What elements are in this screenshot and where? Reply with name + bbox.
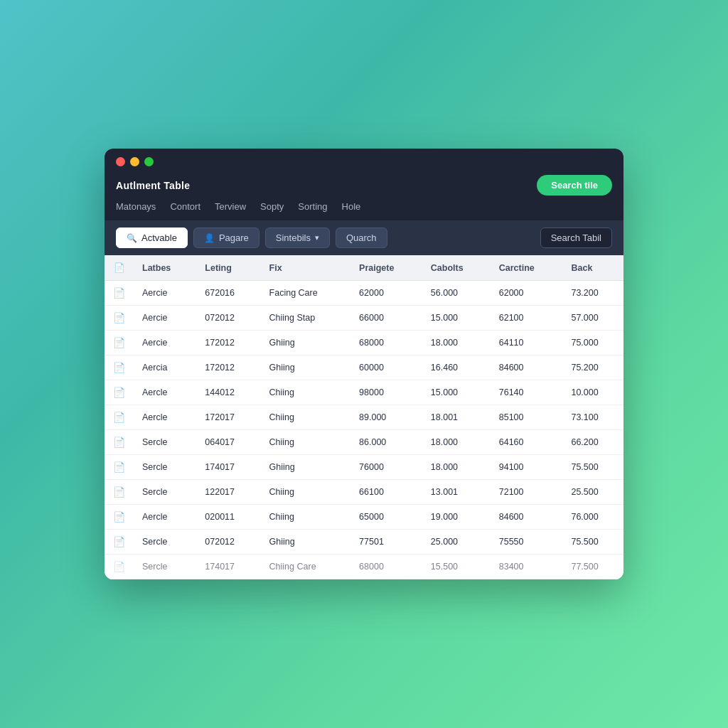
- search-tabil-button[interactable]: Search Tabil: [540, 228, 612, 248]
- row-icon: 📄: [105, 405, 134, 430]
- row-latbes: Aercie: [134, 331, 196, 355]
- row-praigete: 66100: [350, 480, 422, 505]
- nav-tab-sorting[interactable]: Sorting: [298, 201, 327, 220]
- row-leting: 672016: [196, 281, 260, 306]
- row-carctine: 83400: [491, 555, 563, 579]
- table-header: 📄 Latbes Leting Fix Praigete Cabolts Car…: [105, 255, 623, 281]
- row-icon: 📄: [105, 380, 134, 405]
- row-back: 73.100: [562, 405, 623, 430]
- row-latbes: Sercle: [134, 555, 196, 579]
- row-cabolts: 15.000: [422, 380, 491, 405]
- row-carctine: 64110: [491, 331, 563, 355]
- row-back: 10.000: [562, 380, 623, 405]
- pagare-button[interactable]: 👤 Pagare: [193, 228, 259, 248]
- row-cabolts: 56.000: [422, 281, 491, 306]
- row-praigete: 98000: [350, 380, 422, 405]
- row-back: 75.000: [562, 331, 623, 355]
- row-icon: 📄: [105, 530, 134, 555]
- row-icon: 📄: [105, 355, 134, 380]
- row-carctine: 84600: [491, 355, 563, 380]
- nav-tab-contort[interactable]: Contort: [170, 201, 200, 220]
- row-leting: 172017: [196, 405, 260, 430]
- row-leting: 144012: [196, 380, 260, 405]
- row-fix: Ghiing: [261, 331, 351, 355]
- table-row[interactable]: 📄 Sercle 174017 Chiing Care 68000 15.500…: [105, 555, 623, 579]
- row-fix: Chiing: [261, 430, 351, 455]
- row-cabolts: 16.460: [422, 355, 491, 380]
- col-praigete: Praigete: [350, 255, 422, 281]
- row-cabolts: 19.000: [422, 505, 491, 530]
- row-icon: 📄: [105, 281, 134, 306]
- row-praigete: 77501: [350, 530, 422, 555]
- nav-tab-hole[interactable]: Hole: [342, 201, 361, 220]
- nav-tab-sopty[interactable]: Sopty: [260, 201, 284, 220]
- row-fix: Chiing Care: [261, 555, 351, 579]
- row-carctine: 75550: [491, 530, 563, 555]
- col-carctine: Carctine: [491, 255, 563, 281]
- row-leting: 174017: [196, 555, 260, 579]
- table-row[interactable]: 📄 Aercle 020011 Chiing 65000 19.000 8460…: [105, 505, 623, 530]
- toolbar: 🔍 Actvable 👤 Pagare Sintebils Quarch Sea…: [105, 220, 623, 255]
- row-leting: 172012: [196, 355, 260, 380]
- col-cabolts: Cabolts: [422, 255, 491, 281]
- search-icon: 🔍: [127, 233, 137, 243]
- table-row[interactable]: 📄 Aercle 144012 Chiing 98000 15.000 7614…: [105, 380, 623, 405]
- table-body: 📄 Aercie 672016 Facing Care 62000 56.000…: [105, 281, 623, 579]
- row-fix: Ghiing: [261, 455, 351, 480]
- row-back: 25.500: [562, 480, 623, 505]
- table-row[interactable]: 📄 Sercle 174017 Ghiing 76000 18.000 9410…: [105, 455, 623, 480]
- row-praigete: 65000: [350, 505, 422, 530]
- row-back: 66.200: [562, 430, 623, 455]
- row-icon: 📄: [105, 455, 134, 480]
- row-fix: Chiing: [261, 380, 351, 405]
- row-latbes: Sercle: [134, 530, 196, 555]
- row-cabolts: 25.000: [422, 530, 491, 555]
- table-row[interactable]: 📄 Aercia 172012 Ghiing 60000 16.460 8460…: [105, 355, 623, 380]
- nav-tab-terview[interactable]: Terview: [215, 201, 246, 220]
- row-back: 73.200: [562, 281, 623, 306]
- row-cabolts: 13.001: [422, 480, 491, 505]
- row-latbes: Aercle: [134, 380, 196, 405]
- row-cabolts: 18.000: [422, 331, 491, 355]
- sintebils-button[interactable]: Sintebils: [265, 228, 330, 248]
- row-fix: Chiing: [261, 480, 351, 505]
- col-latbes: Latbes: [134, 255, 196, 281]
- row-latbes: Aercle: [134, 405, 196, 430]
- row-praigete: 86.000: [350, 430, 422, 455]
- row-fix: Chiing Stap: [261, 306, 351, 331]
- table-row[interactable]: 📄 Aercie 172012 Ghiing 68000 18.000 6411…: [105, 331, 623, 355]
- table-row[interactable]: 📄 Aercle 172017 Chiing 89.000 18.001 851…: [105, 405, 623, 430]
- row-cabolts: 15.000: [422, 306, 491, 331]
- actvable-button[interactable]: 🔍 Actvable: [116, 228, 188, 248]
- row-leting: 172012: [196, 331, 260, 355]
- row-back: 76.000: [562, 505, 623, 530]
- row-cabolts: 18.001: [422, 405, 491, 430]
- row-cabolts: 18.000: [422, 455, 491, 480]
- nav-tabs: Matonays Contort Terview Sopty Sorting H…: [116, 201, 612, 220]
- data-table: 📄 Latbes Leting Fix Praigete Cabolts Car…: [105, 255, 623, 579]
- table-container: 📄 Latbes Leting Fix Praigete Cabolts Car…: [105, 255, 623, 579]
- table-row[interactable]: 📄 Aercie 672016 Facing Care 62000 56.000…: [105, 281, 623, 306]
- minimize-button[interactable]: [130, 157, 139, 166]
- row-praigete: 66000: [350, 306, 422, 331]
- row-praigete: 76000: [350, 455, 422, 480]
- row-praigete: 89.000: [350, 405, 422, 430]
- row-praigete: 60000: [350, 355, 422, 380]
- table-row[interactable]: 📄 Sercle 072012 Ghiing 77501 25.000 7555…: [105, 530, 623, 555]
- nav-tab-matonays[interactable]: Matonays: [116, 201, 156, 220]
- quarch-button[interactable]: Quarch: [336, 228, 387, 248]
- row-latbes: Aercie: [134, 306, 196, 331]
- row-fix: Chiing: [261, 405, 351, 430]
- row-latbes: Aercle: [134, 505, 196, 530]
- row-leting: 020011: [196, 505, 260, 530]
- table-row[interactable]: 📄 Aercie 072012 Chiing Stap 66000 15.000…: [105, 306, 623, 331]
- table-row[interactable]: 📄 Sercle 122017 Chiing 66100 13.001 7210…: [105, 480, 623, 505]
- row-latbes: Aercia: [134, 355, 196, 380]
- table-row[interactable]: 📄 Sercle 064017 Chiing 86.000 18.000 641…: [105, 430, 623, 455]
- window-controls: [116, 157, 612, 166]
- search-tile-button[interactable]: Search tile: [537, 175, 612, 196]
- maximize-button[interactable]: [144, 157, 154, 166]
- row-praigete: 62000: [350, 281, 422, 306]
- close-button[interactable]: [116, 157, 125, 166]
- row-praigete: 68000: [350, 555, 422, 579]
